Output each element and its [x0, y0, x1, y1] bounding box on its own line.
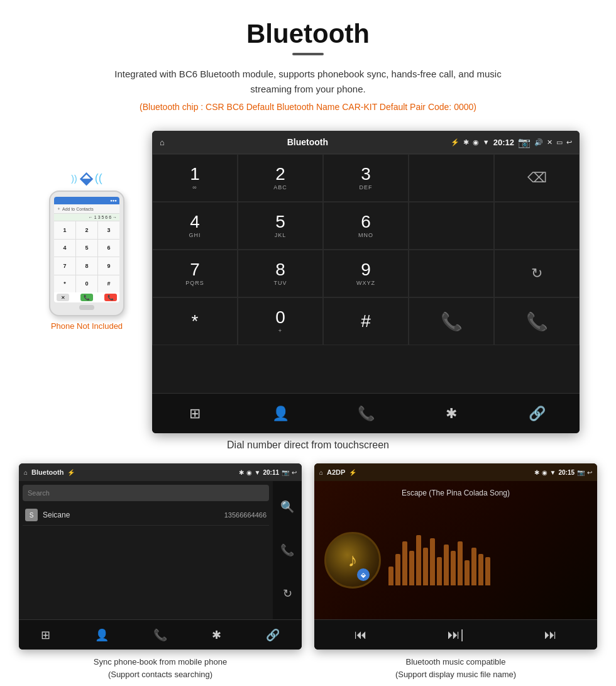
bottom-section: ⌂ Bluetooth ⚡ ✱ ◉ ▼ 20:11 📷 ↩ Search [0, 463, 616, 680]
pb-nav-bt[interactable]: ✱ [212, 628, 221, 642]
dial-key-7[interactable]: 7 PQRS [152, 250, 238, 297]
dial-backspace-button[interactable]: ⌫ [494, 154, 580, 202]
refresh-icon[interactable]: ↻ [283, 587, 292, 600]
next-button[interactable]: ⏭ [544, 628, 557, 642]
ms-home-icon[interactable]: ⌂ [319, 469, 323, 476]
bt-icon: ✱ [463, 138, 469, 147]
dial-key-3[interactable]: 3 DEF [323, 154, 409, 202]
phonebook-body: Search S Seicane 13566664466 🔍 📞 ↻ [19, 481, 302, 619]
pb-camera-icon[interactable]: 📷 [282, 469, 289, 476]
contact-name: Seicane [43, 511, 224, 519]
volume-icon[interactable]: 🔊 [534, 138, 543, 147]
music-screen-item: ⌂ A2DP ⚡ ✱ ◉ ▼ 20:15 📷 ↩ Escape (The Pin… [314, 463, 597, 680]
music-body: Escape (The Pina Colada Song) ♪ ⬙ [314, 481, 597, 619]
location-icon: ◉ [473, 138, 479, 147]
pb-nav-dialpad[interactable]: ⊞ [41, 628, 50, 642]
album-bt-badge: ⬙ [357, 568, 370, 581]
play-pause-button[interactable]: ⏭| [448, 628, 463, 642]
nav-link-icon[interactable]: 🔗 [521, 398, 553, 429]
car-dial-screen: ⌂ Bluetooth ⚡ ✱ ◉ ▼ 20:12 📷 🔊 ✕ ▭ ↩ 1 ∞ [152, 131, 580, 433]
pb-usb-icon: ⚡ [67, 469, 75, 476]
dial-cell-empty-2 [409, 202, 494, 250]
dial-key-1[interactable]: 1 ∞ [152, 154, 238, 202]
page-header: Bluetooth Integrated with BC6 Bluetooth … [0, 0, 616, 131]
song-title: Escape (The Pina Colada Song) [314, 481, 597, 501]
usb-icon: ⚡ [451, 138, 459, 147]
nav-contacts-icon[interactable]: 👤 [265, 398, 296, 429]
phone-not-included-label: Phone Not Included [51, 321, 123, 331]
phonebook-sidebar: 🔍 📞 ↻ [273, 481, 302, 619]
nav-bluetooth-icon[interactable]: ✱ [436, 398, 467, 429]
phonebook-screen: ⌂ Bluetooth ⚡ ✱ ◉ ▼ 20:11 📷 ↩ Search [19, 463, 302, 650]
phone-mockup: ●●● ＋Add to Contacts ← 1 3 5 6 6 → 1 2 3… [49, 191, 124, 316]
camera-icon[interactable]: 📷 [518, 136, 531, 148]
search-icon[interactable]: 🔍 [280, 500, 294, 514]
pb-nav-contacts[interactable]: 👤 [95, 628, 109, 642]
phonebook-list: Search S Seicane 13566664466 [19, 481, 273, 619]
contact-initial: S [25, 509, 38, 521]
back-icon[interactable]: ↩ [566, 138, 572, 147]
ms-usb-icon: ⚡ [349, 469, 356, 476]
main-caption: Dial number direct from touchscreen [0, 440, 616, 451]
screen-title-label: Bluetooth [287, 137, 328, 147]
dial-key-star[interactable]: * [152, 297, 238, 345]
home-icon[interactable]: ⌂ [160, 138, 165, 147]
nav-dialpad-icon[interactable]: ⊞ [179, 398, 211, 429]
nav-call-icon[interactable]: 📞 [350, 398, 382, 429]
equalizer-display [388, 535, 587, 585]
music-screen: ⌂ A2DP ⚡ ✱ ◉ ▼ 20:15 📷 ↩ Escape (The Pin… [314, 463, 597, 650]
dial-key-4[interactable]: 4 GHI [152, 202, 238, 250]
pb-wifi-icon: ▼ [255, 469, 261, 476]
pb-nav-call[interactable]: 📞 [153, 628, 167, 642]
dial-key-5[interactable]: 5 JKL [238, 202, 323, 250]
call-red-button[interactable]: 📞 [494, 297, 580, 345]
phonebook-screen-item: ⌂ Bluetooth ⚡ ✱ ◉ ▼ 20:11 📷 ↩ Search [19, 463, 302, 680]
search-bar[interactable]: Search [23, 485, 269, 501]
music-status-bar: ⌂ A2DP ⚡ ✱ ◉ ▼ 20:15 📷 ↩ [314, 463, 597, 481]
search-placeholder: Search [28, 489, 50, 497]
dial-key-6[interactable]: 6 MNO [323, 202, 409, 250]
page-title: Bluetooth [38, 19, 578, 49]
ms-back-icon[interactable]: ↩ [587, 469, 592, 476]
dial-key-9[interactable]: 9 WXYZ [323, 250, 409, 297]
pb-time: 20:11 [263, 469, 279, 476]
car-status-bar: ⌂ Bluetooth ⚡ ✱ ◉ ▼ 20:12 📷 🔊 ✕ ▭ ↩ [152, 131, 580, 153]
music-note-icon: ♪ [348, 550, 358, 571]
ms-title: A2DP [327, 468, 345, 476]
close-icon[interactable]: ✕ [547, 138, 553, 147]
music-controls: ⏮ ⏭| ⏭ [314, 619, 597, 650]
pb-nav-bar: ⊞ 👤 📞 ✱ 🔗 [19, 619, 302, 650]
music-caption: Bluetooth music compatible(Support displ… [395, 656, 516, 680]
contact-number: 13566664466 [224, 511, 267, 519]
call-icon[interactable]: 📞 [280, 543, 294, 557]
ms-time: 20:15 [558, 469, 575, 476]
pb-home-icon[interactable]: ⌂ [24, 469, 28, 476]
ms-bt-icon: ✱ [534, 469, 539, 476]
ms-location-icon: ◉ [542, 469, 547, 476]
dial-cell-empty-4 [409, 250, 494, 297]
dial-cell-empty-3 [494, 202, 580, 250]
album-art-container: ♪ ⬙ [324, 532, 381, 589]
phone-home-button [79, 305, 94, 310]
main-section: )) ⬙ (( ●●● ＋Add to Contacts ← 1 3 5 6 6… [0, 131, 616, 433]
dial-refresh-button[interactable]: ↻ [494, 250, 580, 297]
dial-key-2[interactable]: 2 ABC [238, 154, 323, 202]
call-green-button[interactable]: 📞 [409, 297, 494, 345]
pb-nav-link[interactable]: 🔗 [266, 628, 280, 642]
page-subtitle: Integrated with BC6 Bluetooth module, su… [107, 67, 509, 97]
contact-row[interactable]: S Seicane 13566664466 [23, 505, 269, 526]
screen-mode-icon[interactable]: ▭ [556, 138, 563, 147]
dial-cell-empty-1 [409, 154, 494, 202]
pb-title: Bluetooth [31, 468, 63, 476]
dial-key-hash[interactable]: # [323, 297, 409, 345]
dial-key-0[interactable]: 0 + [238, 297, 323, 345]
wifi-icon: ▼ [483, 138, 490, 146]
ms-wifi-icon: ▼ [550, 469, 556, 476]
dialpad-grid: 1 ∞ 2 ABC 3 DEF ⌫ 4 GHI 5 JKL [152, 153, 580, 393]
title-underline [292, 53, 324, 55]
ms-camera-icon[interactable]: 📷 [577, 469, 585, 476]
phonebook-caption: Sync phone-book from mobile phone(Suppor… [94, 656, 227, 680]
dial-key-8[interactable]: 8 TUV [238, 250, 323, 297]
prev-button[interactable]: ⏮ [355, 628, 367, 642]
pb-back-icon[interactable]: ↩ [292, 469, 297, 476]
